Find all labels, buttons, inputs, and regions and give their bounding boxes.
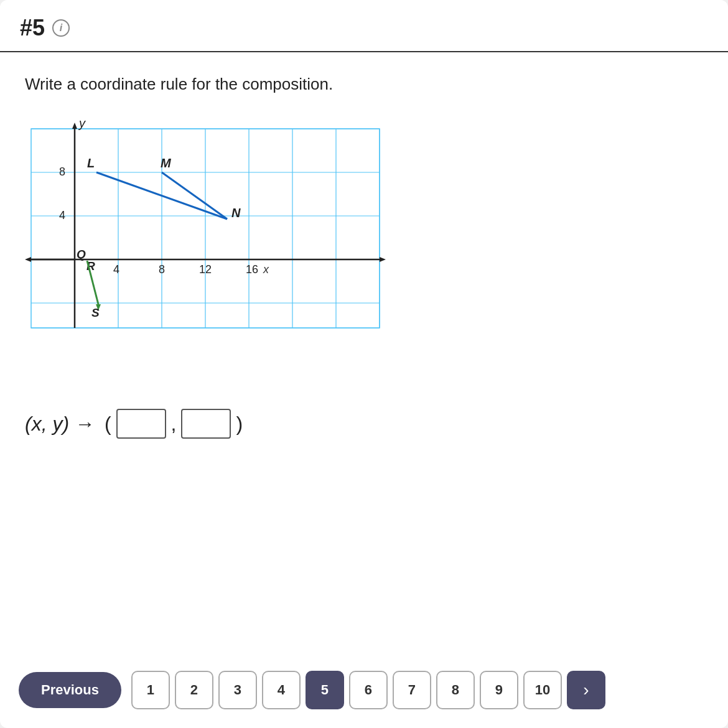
page-button-8[interactable]: 8 [436, 671, 475, 709]
question-text: Write a coordinate rule for the composit… [25, 75, 703, 94]
svg-text:12: 12 [199, 263, 212, 276]
problem-number: #5 [20, 15, 45, 41]
coordinate-graph: 4 8 12 16 x 8 4 y [25, 116, 386, 378]
formula-paren-open: ( [105, 413, 111, 436]
svg-marker-20 [72, 123, 77, 129]
svg-text:4: 4 [113, 263, 119, 276]
page-button-9[interactable]: 9 [480, 671, 518, 709]
page-button-10[interactable]: 10 [523, 671, 562, 709]
formula-input-1[interactable] [116, 409, 166, 439]
previous-button[interactable]: Previous [19, 672, 121, 708]
svg-text:Q: Q [77, 248, 86, 261]
formula-comma: , [171, 413, 177, 436]
page-button-2[interactable]: 2 [175, 671, 213, 709]
pagination-bar: Previous 1 2 3 4 5 6 7 8 9 10 › [0, 658, 728, 728]
svg-text:y: y [78, 116, 86, 130]
svg-text:x: x [263, 263, 269, 276]
svg-text:8: 8 [59, 166, 65, 178]
page-button-4[interactable]: 4 [262, 671, 301, 709]
header: #5 i [0, 0, 728, 52]
svg-text:L: L [87, 156, 95, 170]
page-button-6[interactable]: 6 [349, 671, 388, 709]
svg-text:4: 4 [59, 209, 65, 222]
svg-text:S: S [91, 306, 100, 319]
page-button-3[interactable]: 3 [218, 671, 257, 709]
svg-marker-16 [380, 257, 386, 262]
svg-text:N: N [231, 206, 241, 220]
info-icon[interactable]: i [52, 19, 70, 37]
formula-input-2[interactable] [181, 409, 231, 439]
svg-text:M: M [161, 156, 172, 170]
formula-row: (x, y) → ( , ) [25, 409, 703, 439]
formula-paren-close: ) [236, 413, 243, 436]
content-area: Write a coordinate rule for the composit… [0, 52, 728, 658]
svg-text:8: 8 [159, 263, 165, 276]
svg-text:16: 16 [246, 263, 258, 276]
next-button[interactable]: › [567, 671, 605, 709]
page-button-5[interactable]: 5 [306, 671, 344, 709]
svg-line-30 [162, 172, 227, 219]
page-button-7[interactable]: 7 [393, 671, 431, 709]
page-button-1[interactable]: 1 [131, 671, 170, 709]
formula-text: (x, y) → [25, 413, 95, 436]
svg-marker-18 [25, 257, 31, 262]
main-card: #5 i Write a coordinate rule for the com… [0, 0, 728, 728]
